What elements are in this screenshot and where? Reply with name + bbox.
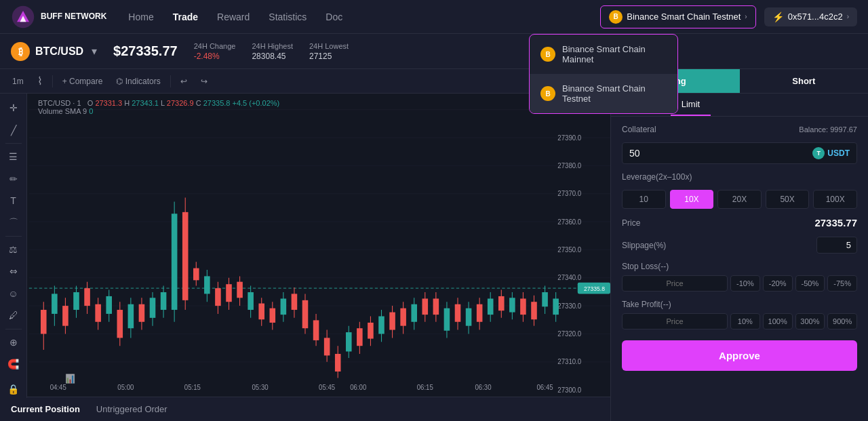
svg-rect-59 bbox=[204, 276, 210, 294]
svg-rect-75 bbox=[292, 294, 298, 310]
toolbar-sep-1 bbox=[52, 75, 53, 87]
nav-trade[interactable]: Trade bbox=[173, 12, 198, 22]
ticker-pair[interactable]: ₿ BTC/USD ▾ bbox=[11, 42, 97, 61]
svg-rect-95 bbox=[400, 308, 406, 326]
svg-rect-101 bbox=[433, 298, 439, 315]
change-value: -2.48% bbox=[194, 52, 236, 61]
tp-900pct[interactable]: 900% bbox=[827, 313, 857, 329]
usdt-icon: T bbox=[812, 147, 825, 159]
nav-reward[interactable]: Reward bbox=[217, 12, 250, 22]
ticker-high: 24H Highest 28308.45 bbox=[252, 42, 293, 61]
svg-rect-43 bbox=[117, 310, 123, 338]
stop-loss-options: -10% -20% -50% -75% bbox=[622, 275, 857, 292]
tab-untriggered-order[interactable]: Untriggered Order bbox=[96, 404, 167, 414]
zoom-tool[interactable]: ⊕ bbox=[4, 334, 23, 351]
wallet-address: 0x571...4c2c2 bbox=[788, 12, 843, 22]
network-icon: B bbox=[609, 10, 623, 24]
testnet-label: Binance Smart Chain Testnet bbox=[562, 83, 667, 104]
svg-rect-111 bbox=[488, 298, 494, 315]
svg-rect-97 bbox=[411, 304, 417, 322]
collateral-input[interactable] bbox=[629, 148, 807, 159]
lev-10[interactable]: 10 bbox=[622, 190, 666, 209]
price-label: Price bbox=[622, 218, 640, 228]
horizontal-tool[interactable]: ☰ bbox=[4, 148, 23, 165]
network-chevron: › bbox=[745, 13, 747, 20]
sl-75pct[interactable]: -75% bbox=[827, 275, 857, 292]
svg-rect-113 bbox=[498, 296, 505, 310]
lock-tool[interactable]: 🔒 bbox=[4, 380, 23, 398]
svg-rect-91 bbox=[378, 316, 384, 334]
short-tab[interactable]: Short bbox=[740, 69, 869, 93]
open-label: O bbox=[87, 99, 94, 107]
trend-tool[interactable]: ╱ bbox=[4, 121, 23, 138]
slippage-input[interactable] bbox=[816, 237, 857, 254]
right-panel: Long Short Market Limit Collateral Balan… bbox=[610, 69, 868, 421]
chart-area: 1m ⌇ + Compare ⌬ Indicators ↩ ↪ ☁ Save ▾… bbox=[0, 69, 610, 421]
tab-current-position[interactable]: Current Position bbox=[11, 404, 80, 414]
svg-rect-85 bbox=[346, 332, 352, 351]
svg-rect-31 bbox=[52, 294, 58, 314]
magnet-tool[interactable]: 🧲 bbox=[4, 355, 23, 373]
draw-tool[interactable]: ✏ bbox=[4, 169, 23, 187]
logo: BUFF NETWORK bbox=[11, 5, 106, 29]
svg-text:27310.0: 27310.0 bbox=[557, 358, 581, 366]
left-sep-2 bbox=[5, 236, 22, 237]
lev-50x[interactable]: 50X bbox=[766, 190, 810, 209]
network-button[interactable]: B Binance Smart Chain Testnet › bbox=[600, 5, 755, 28]
svg-rect-35 bbox=[73, 292, 79, 310]
tp-10pct[interactable]: 10% bbox=[730, 313, 760, 329]
svg-rect-57 bbox=[193, 268, 199, 281]
btc-icon: ₿ bbox=[11, 42, 30, 61]
lightning-icon: ⚡ bbox=[772, 12, 784, 22]
tp-100pct[interactable]: 100% bbox=[763, 313, 793, 329]
cursor-tool[interactable]: ✛ bbox=[4, 99, 23, 117]
nav-statistics[interactable]: Statistics bbox=[269, 12, 307, 22]
emoji-tool[interactable]: ☺ bbox=[4, 285, 23, 302]
nav-doc[interactable]: Doc bbox=[326, 12, 342, 22]
open-value: 27331.3 bbox=[95, 99, 124, 107]
tp-300pct[interactable]: 300% bbox=[795, 313, 825, 329]
high-value: 28308.45 bbox=[252, 52, 293, 61]
take-profit-options: 10% 100% 300% 900% bbox=[622, 313, 857, 329]
undo-btn[interactable]: ↩ bbox=[176, 75, 191, 87]
measure-tool[interactable]: ⇔ bbox=[4, 262, 23, 280]
indicators-btn[interactable]: ⌬ Indicators bbox=[112, 75, 164, 87]
low-value: 27125 bbox=[309, 52, 349, 61]
sl-20pct[interactable]: -20% bbox=[763, 275, 793, 292]
lev-20x[interactable]: 20X bbox=[717, 190, 762, 209]
nav-home[interactable]: Home bbox=[128, 12, 153, 22]
network-mainnet[interactable]: B Binance Smart Chain Mainnet bbox=[530, 35, 677, 74]
text-tool[interactable]: T bbox=[4, 192, 23, 209]
plus-icon: + bbox=[62, 77, 67, 86]
redo-btn[interactable]: ↪ bbox=[197, 75, 212, 87]
compare-btn[interactable]: + Compare bbox=[58, 75, 107, 87]
svg-text:05:00: 05:00 bbox=[117, 384, 134, 392]
header: BUFF NETWORK Home Trade Reward Statistic… bbox=[0, 0, 868, 34]
pencil-tool[interactable]: 🖊 bbox=[4, 306, 23, 324]
volume-label: Volume SMA 9 bbox=[38, 107, 89, 115]
logo-text: BUFF NETWORK bbox=[41, 12, 106, 21]
fibonacci-tool[interactable]: ⚖ bbox=[4, 241, 23, 258]
close-value: 27335.8 bbox=[203, 99, 233, 107]
svg-rect-99 bbox=[422, 298, 429, 315]
svg-text:06:30: 06:30 bbox=[475, 384, 491, 392]
chart-type-btn[interactable]: ⌇ bbox=[33, 73, 47, 89]
sl-10pct[interactable]: -10% bbox=[730, 275, 760, 292]
network-label: Binance Smart Chain Testnet bbox=[627, 12, 741, 22]
network-testnet[interactable]: B Binance Smart Chain Testnet bbox=[530, 74, 677, 113]
low-value: 27326.9 bbox=[167, 99, 196, 107]
wallet-button[interactable]: ⚡ 0x571...4c2c2 › bbox=[764, 7, 857, 26]
mainnet-icon: B bbox=[540, 47, 555, 62]
high-label: H bbox=[124, 99, 130, 107]
header-right: B Binance Smart Chain Testnet › ⚡ 0x571.… bbox=[600, 5, 857, 28]
lev-100x[interactable]: 100X bbox=[813, 190, 857, 209]
close-label: C bbox=[196, 99, 201, 107]
leverage-row-header: Leverage(2x–100x) bbox=[622, 172, 857, 182]
stop-loss-price-input[interactable] bbox=[622, 275, 728, 292]
lev-10x[interactable]: 10X bbox=[670, 190, 714, 209]
sl-50pct[interactable]: -50% bbox=[795, 275, 825, 292]
approve-button[interactable]: Approve bbox=[622, 340, 857, 371]
timeframe-1m[interactable]: 1m bbox=[8, 75, 28, 87]
arc-tool[interactable]: ⌒ bbox=[4, 214, 23, 231]
take-profit-price-input[interactable] bbox=[622, 313, 728, 329]
